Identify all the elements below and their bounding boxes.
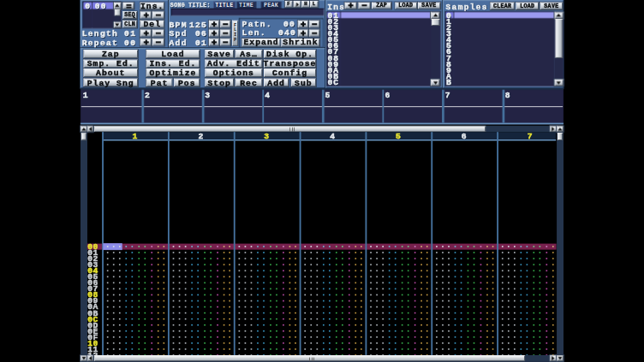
svg-text:7: 7: [528, 132, 533, 141]
svg-text:12: 12: [87, 351, 98, 360]
svg-text:3: 3: [264, 132, 269, 141]
svg-text:2: 2: [198, 132, 203, 141]
svg-text:4: 4: [330, 132, 335, 141]
svg-text:1: 1: [133, 132, 138, 141]
svg-text:5: 5: [396, 132, 401, 141]
svg-text:6: 6: [462, 132, 467, 141]
